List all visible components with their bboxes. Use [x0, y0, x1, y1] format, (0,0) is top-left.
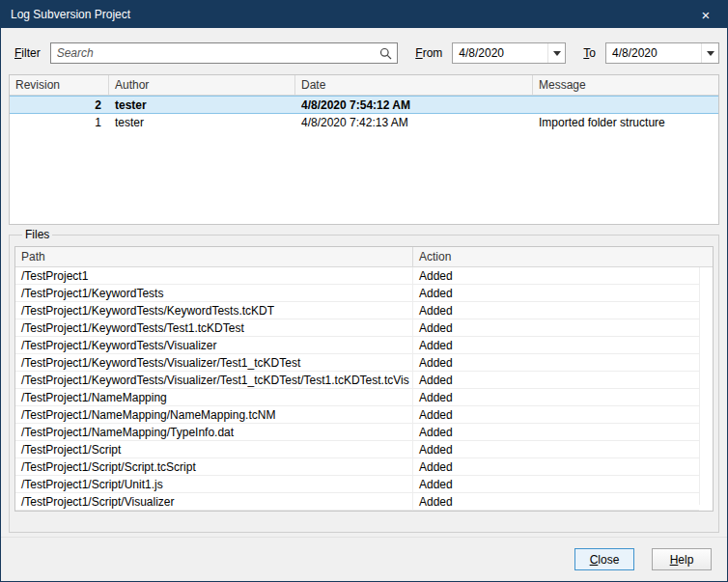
- path-cell: /TestProject1/NameMapping/TypeInfo.dat: [15, 424, 413, 440]
- file-row[interactable]: /TestProject1/KeywordTests/Test1.tcKDTes…: [15, 319, 699, 337]
- action-cell: Added: [413, 304, 699, 318]
- chevron-down-icon[interactable]: [701, 43, 718, 63]
- revision-cell: 2: [10, 98, 109, 112]
- revision-row[interactable]: 2tester4/8/2020 7:54:12 AM: [10, 96, 718, 114]
- column-header-action[interactable]: Action: [413, 247, 713, 266]
- action-cell: Added: [413, 460, 699, 474]
- revision-row[interactable]: 1tester4/8/2020 7:42:13 AMImported folde…: [10, 114, 718, 130]
- files-table-header: Path Action: [15, 247, 713, 267]
- files-group: Files Path Action /TestProject1Added/Tes…: [9, 228, 719, 533]
- to-date-value: 4/8/2020: [606, 46, 701, 60]
- to-date-dropdown[interactable]: 4/8/2020: [605, 42, 719, 64]
- action-cell: Added: [413, 287, 699, 300]
- file-row[interactable]: /TestProject1/KeywordTests/VisualizerAdd…: [15, 337, 699, 354]
- files-table: Path Action /TestProject1Added/TestProje…: [14, 246, 714, 512]
- file-row[interactable]: /TestProject1/KeywordTests/Visualizer/Te…: [15, 372, 699, 389]
- revision-cell: 1: [10, 116, 109, 129]
- path-cell: /TestProject1/KeywordTests/KeywordTests.…: [15, 302, 413, 319]
- path-cell: /TestProject1: [15, 267, 413, 284]
- to-label: To: [583, 46, 596, 60]
- action-cell: Added: [413, 321, 699, 335]
- date-cell: 4/8/2020 7:54:12 AM: [295, 98, 533, 112]
- column-header-message[interactable]: Message: [533, 75, 718, 95]
- titlebar[interactable]: Log Subversion Project ×: [1, 1, 727, 28]
- path-cell: /TestProject1/KeywordTests/Test1.tcKDTes…: [15, 319, 413, 336]
- file-row[interactable]: /TestProject1/ScriptAdded: [15, 441, 699, 458]
- author-cell: tester: [109, 116, 295, 129]
- from-date-dropdown[interactable]: 4/8/2020: [452, 42, 566, 64]
- revision-table-header: Revision Author Date Message: [10, 75, 718, 96]
- file-row[interactable]: /TestProject1/Script/VisualizerAdded: [15, 493, 699, 511]
- close-icon[interactable]: ×: [685, 1, 727, 28]
- file-row[interactable]: /TestProject1/NameMappingAdded: [15, 389, 699, 406]
- path-cell: /TestProject1/Script/Script.tcScript: [15, 458, 413, 475]
- column-header-path[interactable]: Path: [15, 247, 413, 266]
- revision-table-body: 2tester4/8/2020 7:54:12 AM1tester4/8/202…: [10, 96, 718, 130]
- path-cell: /TestProject1/KeywordTests/Visualizer: [15, 337, 413, 353]
- window-title: Log Subversion Project: [1, 8, 130, 21]
- action-cell: Added: [413, 391, 699, 404]
- log-subversion-project-dialog: Log Subversion Project × Filter From 4/8…: [0, 0, 728, 582]
- message-cell: Imported folder structure: [533, 116, 718, 129]
- file-row[interactable]: /TestProject1/KeywordTestsAdded: [15, 285, 699, 302]
- search-icon[interactable]: [374, 43, 397, 63]
- revision-table: Revision Author Date Message 2tester4/8/…: [9, 74, 719, 225]
- path-cell: /TestProject1/NameMapping/NameMapping.tc…: [15, 406, 413, 423]
- path-cell: /TestProject1/KeywordTests/Visualizer/Te…: [15, 372, 413, 388]
- close-button[interactable]: Close: [574, 548, 634, 570]
- author-cell: tester: [109, 98, 295, 112]
- file-row[interactable]: /TestProject1/KeywordTests/KeywordTests.…: [15, 302, 699, 319]
- from-date-value: 4/8/2020: [453, 46, 547, 60]
- from-label: From: [415, 46, 442, 60]
- files-group-label: Files: [22, 228, 52, 241]
- action-cell: Added: [413, 356, 699, 370]
- path-cell: /TestProject1/Script/Unit1.js: [15, 476, 413, 492]
- file-row[interactable]: /TestProject1/Script/Script.tcScriptAdde…: [15, 458, 699, 476]
- action-cell: Added: [413, 269, 699, 283]
- date-cell: 4/8/2020 7:42:13 AM: [295, 116, 533, 129]
- action-cell: Added: [413, 339, 699, 352]
- action-cell: Added: [413, 495, 699, 509]
- action-cell: Added: [413, 426, 699, 439]
- file-row[interactable]: /TestProject1/NameMapping/NameMapping.tc…: [15, 406, 699, 424]
- column-header-revision[interactable]: Revision: [10, 75, 109, 95]
- action-cell: Added: [413, 374, 699, 387]
- path-cell: /TestProject1/Script: [15, 441, 413, 457]
- path-cell: /TestProject1/Script/Visualizer: [15, 493, 413, 510]
- column-header-author[interactable]: Author: [109, 75, 295, 95]
- action-cell: Added: [413, 408, 699, 422]
- action-cell: Added: [413, 443, 699, 457]
- footer-bar: Close Help: [1, 537, 727, 581]
- file-row[interactable]: /TestProject1/Script/Unit1.jsAdded: [15, 476, 699, 493]
- file-row[interactable]: /TestProject1/KeywordTests/Visualizer/Te…: [15, 354, 699, 372]
- search-input[interactable]: [51, 43, 375, 63]
- path-cell: /TestProject1/KeywordTests/Visualizer/Te…: [15, 354, 413, 371]
- path-cell: /TestProject1/KeywordTests: [15, 285, 413, 301]
- column-header-date[interactable]: Date: [295, 75, 533, 95]
- file-row[interactable]: /TestProject1Added: [15, 267, 699, 285]
- chevron-down-icon[interactable]: [547, 43, 565, 63]
- filter-label: Filter: [14, 46, 41, 60]
- filter-bar: Filter From 4/8/2020 To 4/8/2020: [1, 28, 727, 74]
- files-table-body: /TestProject1Added/TestProject1/KeywordT…: [15, 267, 713, 511]
- file-row[interactable]: /TestProject1/NameMapping/TypeInfo.datAd…: [15, 424, 699, 441]
- action-cell: Added: [413, 478, 699, 491]
- search-box[interactable]: [50, 42, 399, 64]
- help-button[interactable]: Help: [652, 548, 712, 570]
- path-cell: /TestProject1/NameMapping: [15, 389, 413, 405]
